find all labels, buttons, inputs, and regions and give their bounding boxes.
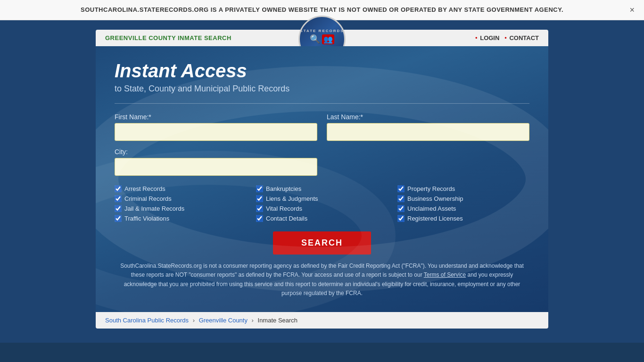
checkbox-business-label: Business Ownership <box>407 195 463 202</box>
checkbox-arrest-label: Arrest Records <box>124 185 165 192</box>
form-disclaimer: SouthCarolina.StateRecords.org is not a … <box>115 262 529 298</box>
breadcrumb-link-greenville[interactable]: Greenville County <box>199 317 248 324</box>
checkbox-arrest-input[interactable] <box>115 185 122 192</box>
checkbox-liens-input[interactable] <box>256 195 263 202</box>
checkbox-contact: Contact Details <box>256 215 388 222</box>
first-name-input[interactable] <box>115 123 317 141</box>
close-button[interactable]: × <box>629 5 635 15</box>
checkbox-jail: Jail & Inmate Records <box>115 205 247 212</box>
disclaimer-text: SOUTHCAROLINA.STATERECORDS.ORG IS A PRIV… <box>81 6 563 13</box>
first-name-group: First Name:* <box>115 113 317 141</box>
logo-icons: 🔍 👥 <box>310 34 334 44</box>
people-icon: 👥 <box>322 34 334 44</box>
city-row: City: <box>115 148 529 176</box>
checkbox-vital: Vital Records <box>256 205 388 212</box>
checkbox-traffic-label: Traffic Violations <box>124 215 169 222</box>
last-name-input[interactable] <box>327 123 529 141</box>
checkbox-bankruptcies: Bankruptcies <box>256 185 388 192</box>
checkbox-property-input[interactable] <box>397 185 405 192</box>
divider <box>115 103 529 104</box>
main-card: GREENVILLE COUNTY INMATE SEARCH STATE RE… <box>96 30 548 329</box>
checkbox-bankruptcies-input[interactable] <box>256 185 263 192</box>
checkbox-vital-label: Vital Records <box>266 205 302 212</box>
checkbox-contact-label: Contact Details <box>266 215 307 222</box>
checkbox-business: Business Ownership <box>397 195 529 202</box>
contact-dot: • <box>504 34 507 41</box>
checkbox-licenses-label: Registered Licenses <box>407 215 463 222</box>
checkbox-traffic-input[interactable] <box>115 215 122 222</box>
checkbox-licenses-input[interactable] <box>397 215 405 222</box>
login-link[interactable]: LOGIN <box>480 34 499 41</box>
checkbox-criminal-input[interactable] <box>115 195 122 202</box>
checkbox-section: Arrest Records Bankruptcies Property Rec… <box>115 185 529 222</box>
city-input[interactable] <box>115 158 317 176</box>
checkbox-contact-input[interactable] <box>256 215 263 222</box>
checkbox-liens: Liens & Judgments <box>256 195 388 202</box>
breadcrumb-current: Inmate Search <box>258 317 298 324</box>
tos-link[interactable]: Terms of Service <box>424 272 466 278</box>
page-background: GREENVILLE COUNTY INMATE SEARCH STATE RE… <box>0 20 644 343</box>
logo-top-text: STATE RECORDS <box>300 29 344 33</box>
checkbox-criminal: Criminal Records <box>115 195 247 202</box>
search-icon: 🔍 <box>310 34 320 44</box>
checkbox-unclaimed: Unclaimed Assets <box>397 205 529 212</box>
last-name-group: Last Name:* <box>327 113 529 141</box>
name-row: First Name:* Last Name:* <box>115 113 529 141</box>
checkbox-vital-input[interactable] <box>256 205 263 212</box>
checkbox-unclaimed-input[interactable] <box>397 205 405 212</box>
checkbox-jail-input[interactable] <box>115 205 122 212</box>
login-dot: • <box>475 34 478 41</box>
contact-link[interactable]: CONTACT <box>509 34 539 41</box>
breadcrumb-separator-1: › <box>193 317 197 324</box>
headline: Instant Access <box>115 60 529 82</box>
breadcrumb-link-sc[interactable]: South Carolina Public Records <box>105 317 189 324</box>
first-name-label: First Name:* <box>115 113 317 121</box>
checkbox-criminal-label: Criminal Records <box>124 195 172 202</box>
card-header: GREENVILLE COUNTY INMATE SEARCH STATE RE… <box>96 30 548 46</box>
breadcrumb-separator-2: › <box>252 317 256 324</box>
city-group: City: <box>115 148 317 176</box>
subheadline: to State, County and Municipal Public Re… <box>115 84 529 94</box>
last-name-label: Last Name:* <box>327 113 529 121</box>
checkbox-liens-label: Liens & Judgments <box>266 195 318 202</box>
checkbox-traffic: Traffic Violations <box>115 215 247 222</box>
site-title: GREENVILLE COUNTY INMATE SEARCH <box>105 34 231 41</box>
breadcrumb-bar: South Carolina Public Records › Greenvil… <box>96 312 548 329</box>
search-area: Instant Access to State, County and Muni… <box>96 46 548 312</box>
checkbox-bankruptcies-label: Bankruptcies <box>266 185 301 192</box>
nav-links: • LOGIN • CONTACT <box>475 34 539 41</box>
checkbox-licenses: Registered Licenses <box>397 215 529 222</box>
checkbox-property: Property Records <box>397 185 529 192</box>
checkbox-unclaimed-label: Unclaimed Assets <box>407 205 456 212</box>
checkbox-business-input[interactable] <box>397 195 405 202</box>
checkbox-arrest: Arrest Records <box>115 185 247 192</box>
city-label: City: <box>115 148 317 156</box>
search-btn-wrapper: SEARCH <box>115 231 529 255</box>
search-button[interactable]: SEARCH <box>273 231 371 255</box>
checkbox-jail-label: Jail & Inmate Records <box>124 205 184 212</box>
checkbox-property-label: Property Records <box>407 185 455 192</box>
